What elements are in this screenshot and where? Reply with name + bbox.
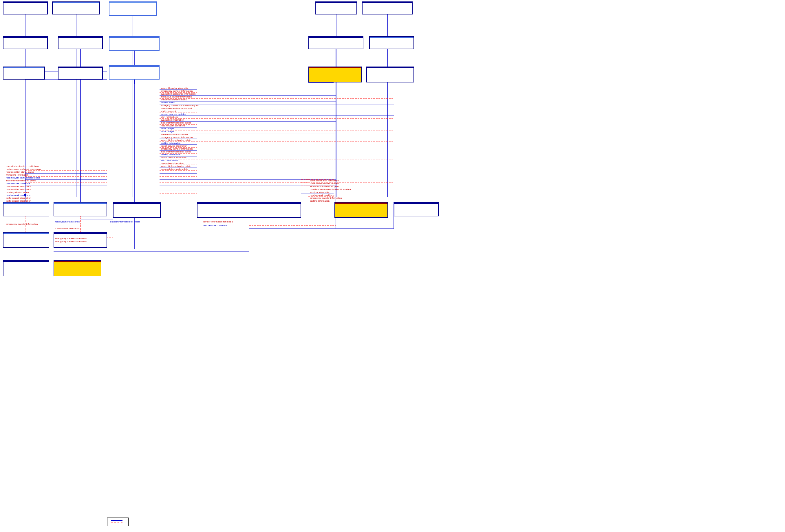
flow-label-2: emergency traveler information [161,90,193,92]
node-private-isp [109,65,159,80]
node-adot-hazmat [362,1,413,15]
flow-label-22: emergency traveler information [161,148,193,150]
flow-label-5: shelter recommendations [161,98,187,101]
flow-label-13: incident information for public [161,122,191,124]
legend-existing [111,520,125,521]
flow-label-bot-1: road weather advisories [55,220,80,223]
flow-label-23: incident information for public [161,151,191,153]
flow-label-15: traffic images [161,127,174,130]
flow-label-left-5: road network traffic/situation data [6,177,40,179]
flow-label-7: emerging traveler information request [161,104,199,107]
node-az-counties [3,66,45,80]
flow-label-left-12: traffic control information [6,197,31,199]
node-adot-toc-info [3,260,49,276]
flow-label-18: emergency traveler information [161,136,193,138]
legend [107,517,129,526]
node-adot-ecd-ops [113,202,161,218]
flow-label-left-2: maintenance and work zone plans [6,168,41,170]
flow-label-4: interactive traveler information [161,96,192,98]
flow-label-right-1: code-based alert notification [310,179,339,182]
legend-planned [111,522,125,523]
flow-label-right-5: weather information [310,191,330,193]
flow-label-left-9: road weather information [6,188,31,191]
flow-label-17: alternate route information [161,133,187,136]
node-adot-deoc [308,36,363,49]
flow-label-29: transportation system data [161,168,188,170]
flow-label-6: traveler alerts [161,101,175,104]
flow-label-left-7: road network conditions [6,182,30,185]
flow-label-left-3: road condition signal status [6,171,34,173]
flow-label-bot-8: road network conditions [203,224,227,227]
flow-label-14: road network conditions [161,125,185,127]
flow-label-28: incident information for public [161,165,191,167]
existing-line [111,520,123,521]
node-adot-rto [3,1,48,15]
flow-label-21: transit service information [161,144,187,147]
flow-label-16: traffic images [161,130,174,133]
node-us-customs [369,36,414,49]
flow-label-left-8: road weather information [6,185,31,188]
node-noaa [308,66,362,82]
flow-label-9: shelter request [161,110,176,112]
node-adot-az511app [54,260,101,276]
flow-label-19: incident information for public [161,139,191,141]
node-adot-511ivr [315,1,357,15]
flow-label-right-7: emergency traveler information [310,197,342,199]
flow-label-20: parking information [161,142,180,144]
flow-label-26: alert notifications [161,159,178,162]
node-adot-truck-parking [366,66,414,82]
flow-label-left-6: incident information for public [6,179,36,182]
flow-label-bot-4: emergency traveler information [6,223,37,225]
node-adot-ecd-dispatch [58,36,103,49]
flow-label-27: evacuation information [161,162,184,165]
node-adot-dust [54,232,107,248]
node-az-tribal [54,202,107,216]
flow-label-25: transit service information [161,156,187,159]
flow-label-3: evacuation assistance information [161,92,196,95]
flow-label-right-3: incident information for public [310,185,340,188]
flow-label-right-4: road/field environmental conditions data [310,188,351,191]
flow-label-24: parking information [161,153,180,156]
node-bia [52,1,100,15]
flow-label-left-10: roadway device status [6,191,29,193]
node-local-print [334,202,388,218]
node-adot-sys-maint [3,36,48,49]
flow-label-bot-5: road network conditions [55,227,80,230]
flow-label-10: traveler sourced updates [161,113,186,115]
flow-label-11: alert notifications [161,116,178,118]
node-az-cities [3,232,49,248]
flow-label-right-2: code-based traveler request [310,182,339,185]
planned-line [111,522,123,523]
flow-label-right-6: road network conditions [310,194,334,196]
flow-label-right-8: parking information [310,200,330,202]
node-adot-511-website [197,202,301,218]
flow-label-bot-6: traveler information for media [110,220,140,223]
flow-label-left-1: current infrastructure restrictions [6,165,39,167]
flow-label-12: evacuation information [161,118,184,121]
flow-label-8: evacuation assistance request [161,107,192,110]
node-adot-mco [58,66,103,80]
flow-label-1: incident traveler information [161,87,189,89]
node-adot-toc-emc [394,202,439,216]
flow-label-bot-7: traveler information for media [203,220,233,223]
node-travelers [109,1,157,16]
flow-label-left-4: work zone information [6,174,28,176]
node-wide-area [3,202,49,216]
flow-label-left-11: road network conditions [6,194,30,196]
node-az-dps [109,36,159,51]
